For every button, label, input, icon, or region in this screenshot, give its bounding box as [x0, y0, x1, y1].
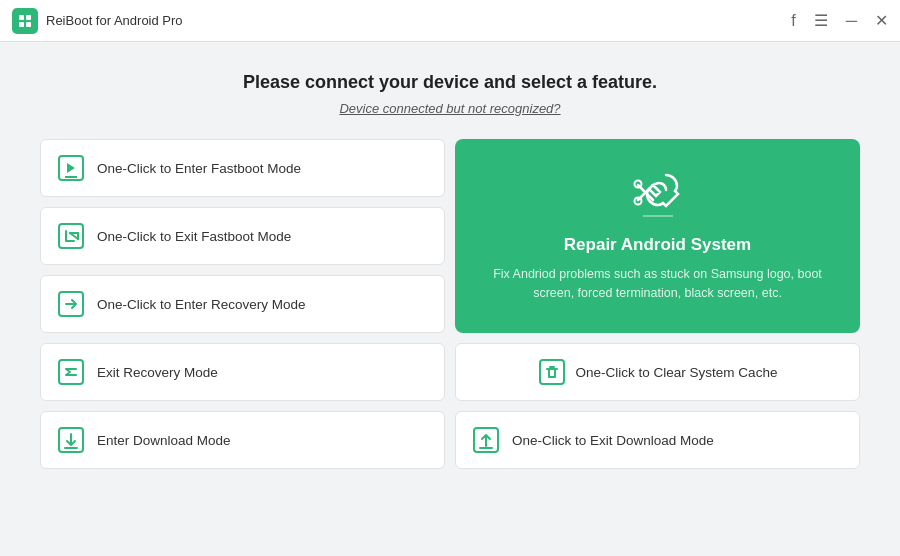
enter-recovery-label: One-Click to Enter Recovery Mode: [97, 297, 306, 312]
svg-rect-9: [59, 224, 83, 248]
app-logo: ReiBoot for Android Pro: [12, 8, 183, 34]
exit-fastboot-button[interactable]: One-Click to Exit Fastboot Mode: [40, 207, 445, 265]
enter-recovery-button[interactable]: One-Click to Enter Recovery Mode: [40, 275, 445, 333]
main-content: Please connect your device and select a …: [0, 42, 900, 556]
enter-recovery-icon: [57, 290, 85, 318]
repair-description: Fix Andriod problems such as stuck on Sa…: [479, 265, 836, 303]
titlebar: ReiBoot for Android Pro f ☰ ─ ✕: [0, 0, 900, 42]
facebook-link[interactable]: f: [791, 13, 795, 29]
exit-download-button[interactable]: One-Click to Exit Download Mode: [455, 411, 860, 469]
clear-cache-label: One-Click to Clear System Cache: [576, 365, 778, 380]
enter-fastboot-icon: [57, 154, 85, 182]
exit-fastboot-icon: [57, 222, 85, 250]
logo-icon: [12, 8, 38, 34]
enter-fastboot-label: One-Click to Enter Fastboot Mode: [97, 161, 301, 176]
repair-title: Repair Android System: [564, 235, 751, 255]
enter-fastboot-button[interactable]: One-Click to Enter Fastboot Mode: [40, 139, 445, 197]
window-controls: f ☰ ─ ✕: [791, 13, 888, 29]
header-prompt: Please connect your device and select a …: [40, 72, 860, 93]
enter-download-label: Enter Download Mode: [97, 433, 231, 448]
header: Please connect your device and select a …: [40, 72, 860, 117]
exit-download-icon: [472, 426, 500, 454]
svg-rect-3: [26, 22, 31, 27]
enter-download-icon: [57, 426, 85, 454]
svg-rect-16: [540, 360, 564, 384]
svg-rect-2: [19, 22, 24, 27]
svg-rect-0: [19, 15, 24, 20]
clear-cache-button[interactable]: One-Click to Clear System Cache: [455, 343, 860, 401]
exit-recovery-label: Exit Recovery Mode: [97, 365, 218, 380]
exit-fastboot-label: One-Click to Exit Fastboot Mode: [97, 229, 291, 244]
repair-icon: [628, 170, 688, 225]
exit-download-label: One-Click to Exit Download Mode: [512, 433, 714, 448]
device-not-recognized-link[interactable]: Device connected but not recognized?: [339, 101, 560, 116]
app-title: ReiBoot for Android Pro: [46, 13, 183, 28]
enter-download-button[interactable]: Enter Download Mode: [40, 411, 445, 469]
close-button[interactable]: ✕: [875, 13, 888, 29]
svg-rect-1: [26, 15, 31, 20]
feature-grid: One-Click to Enter Fastboot Mode Repair …: [40, 139, 860, 469]
repair-android-card[interactable]: Repair Android System Fix Andriod proble…: [455, 139, 860, 333]
exit-recovery-icon: [57, 358, 85, 386]
exit-recovery-button[interactable]: Exit Recovery Mode: [40, 343, 445, 401]
clear-cache-icon: [538, 358, 566, 386]
minimize-button[interactable]: ─: [846, 13, 857, 29]
menu-button[interactable]: ☰: [814, 13, 828, 29]
